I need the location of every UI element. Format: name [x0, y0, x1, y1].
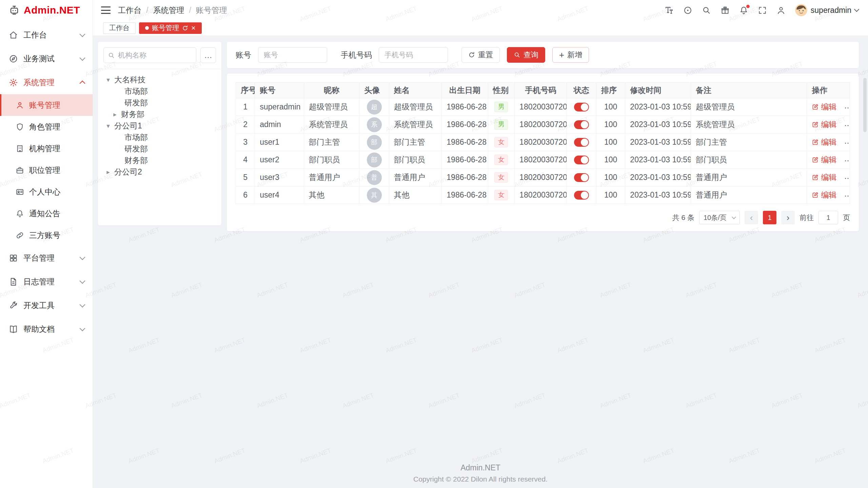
status-toggle[interactable]	[574, 173, 589, 182]
sidebar-subitem-org-management[interactable]: 机构管理	[0, 138, 93, 159]
page-size-select[interactable]: 10条/页	[699, 211, 740, 224]
fullscreen-icon[interactable]	[758, 6, 767, 15]
org-more-button[interactable]: …	[200, 47, 216, 63]
sidebar-item-platform-management[interactable]: 平台管理	[0, 246, 93, 270]
table-row[interactable]: 5 user3 普通用户 普 普通用户 1986-06-28 女 1802003…	[236, 169, 850, 186]
tab-workbench[interactable]: 工作台	[103, 22, 136, 34]
row-more-button[interactable]: ⋯	[844, 156, 850, 165]
cell-index: 5	[236, 169, 255, 186]
table-row[interactable]: 2 admin 系统管理员 系 系统管理员 1986-06-28 男 18020…	[236, 116, 850, 134]
edit-button[interactable]: 编辑	[812, 155, 836, 165]
table-row[interactable]: 4 user2 部门职员 部 部门职员 1986-06-28 女 1802003…	[236, 151, 850, 169]
column-header[interactable]: 修改时间	[625, 83, 691, 98]
column-header[interactable]: 手机号码	[515, 83, 567, 98]
table-row[interactable]: 6 user4 其他 其 其他 1986-06-28 女 18020030720	[236, 186, 850, 204]
footer-copyright: Copyright © 2022 Dilon All rights reserv…	[93, 475, 868, 483]
tab-refresh-icon[interactable]	[182, 25, 188, 31]
row-more-button[interactable]: ⋯	[844, 121, 850, 130]
sidebar-item-log-management[interactable]: 日志管理	[0, 270, 93, 293]
edit-button[interactable]: 编辑	[812, 119, 836, 130]
user-profile-icon[interactable]	[776, 6, 786, 15]
table-row[interactable]: 3 user1 部门主管 部 部门主管 1986-06-28 女 1802003…	[236, 134, 850, 151]
caret-down-icon[interactable]: ▾	[105, 122, 112, 130]
column-header[interactable]: 出生日期	[442, 83, 488, 98]
gift-icon[interactable]	[721, 6, 730, 15]
sidebar-subitem-third-party-account[interactable]: 三方账号	[0, 224, 93, 246]
sidebar-subitem-position-management[interactable]: 职位管理	[0, 159, 93, 181]
column-header[interactable]: 昵称	[304, 83, 359, 98]
phone-input[interactable]	[379, 47, 448, 63]
sidebar-subitem-personal-center[interactable]: 个人中心	[0, 181, 93, 203]
tab-close-icon[interactable]: ×	[191, 24, 196, 32]
tree-node[interactable]: ▸财务部	[101, 108, 218, 120]
tree-node[interactable]: ▾分公司1	[101, 120, 218, 131]
edit-button[interactable]: 编辑	[812, 190, 836, 200]
add-button[interactable]: + 新增	[552, 47, 589, 63]
row-more-button[interactable]: ⋯	[844, 191, 850, 200]
row-more-button[interactable]: ⋯	[844, 103, 850, 112]
row-more-button[interactable]: ⋯	[844, 174, 850, 183]
tree-node[interactable]: 财务部	[101, 155, 218, 166]
column-header[interactable]: 排序	[596, 83, 625, 98]
column-header[interactable]: 操作	[807, 83, 850, 98]
column-header[interactable]: 性别	[488, 83, 514, 98]
caret-right-icon[interactable]: ▸	[112, 110, 118, 118]
status-toggle[interactable]	[574, 103, 589, 111]
font-size-icon[interactable]	[665, 6, 674, 15]
status-toggle[interactable]	[574, 138, 589, 147]
status-toggle[interactable]	[574, 120, 589, 129]
sidebar-item-workbench[interactable]: 工作台	[0, 23, 93, 47]
page-number-button[interactable]: 1	[763, 211, 776, 224]
collapse-menu-icon[interactable]	[101, 6, 111, 14]
edit-button[interactable]: 编辑	[812, 102, 836, 112]
search-button[interactable]: 查询	[507, 47, 545, 63]
tree-node[interactable]: ▸分公司2	[101, 166, 218, 178]
target-icon[interactable]	[683, 6, 692, 15]
sidebar-subitem-notice[interactable]: 通知公告	[0, 203, 93, 224]
row-more-button[interactable]: ⋯	[844, 139, 850, 147]
prev-page-button[interactable]: ‹	[745, 211, 758, 224]
sidebar-item-system-management[interactable]: 系统管理	[0, 70, 93, 94]
org-search-box[interactable]	[103, 47, 196, 63]
column-header[interactable]: 序号	[236, 83, 255, 98]
sidebar-item-label: 开发工具	[23, 300, 55, 311]
column-header[interactable]: 状态	[567, 83, 596, 98]
cell-avatar: 超	[359, 98, 389, 116]
caret-right-icon[interactable]: ▸	[105, 168, 112, 176]
link-icon	[16, 231, 24, 240]
sidebar-item-business-test[interactable]: 业务测试	[0, 47, 93, 70]
column-header[interactable]: 头像	[359, 83, 389, 98]
tree-node[interactable]: ▾大名科技	[101, 74, 218, 85]
user-menu[interactable]: superadmin	[795, 4, 859, 16]
search-icon[interactable]	[702, 6, 711, 15]
table-row[interactable]: 1 superadmin 超级管理员 超 超级管理员 1986-06-28 男 …	[236, 98, 850, 116]
tree-node[interactable]: 市场部	[101, 85, 218, 97]
tree-node[interactable]: 研发部	[101, 97, 218, 108]
status-toggle[interactable]	[574, 156, 589, 164]
column-header[interactable]: 备注	[691, 83, 807, 98]
edit-button[interactable]: 编辑	[812, 172, 836, 183]
scrollbar-thumb[interactable]	[863, 78, 867, 132]
breadcrumb-item[interactable]: 系统管理	[153, 5, 184, 16]
org-search-input[interactable]	[118, 51, 192, 59]
notification-bell-icon[interactable]	[739, 6, 748, 15]
column-header[interactable]: 姓名	[389, 83, 442, 98]
edit-button[interactable]: 编辑	[812, 137, 836, 147]
tab-account-management[interactable]: 账号管理 ×	[139, 22, 202, 34]
reset-button[interactable]: 重置	[461, 47, 500, 63]
sidebar-subitem-account-management[interactable]: 账号管理	[0, 94, 93, 116]
next-page-button[interactable]: ›	[781, 211, 795, 224]
app-logo[interactable]: Admin.NET	[0, 0, 93, 20]
breadcrumb-item[interactable]: 工作台	[118, 5, 141, 16]
caret-down-icon[interactable]: ▾	[105, 76, 112, 84]
sidebar-subitem-role-management[interactable]: 角色管理	[0, 116, 93, 138]
sidebar-item-dev-tools[interactable]: 开发工具	[0, 293, 93, 317]
tree-node[interactable]: 研发部	[101, 143, 218, 155]
cell-name: 普通用户	[389, 169, 442, 186]
goto-page-input[interactable]	[818, 211, 838, 224]
tree-node[interactable]: 市场部	[101, 131, 218, 143]
status-toggle[interactable]	[574, 191, 589, 200]
sidebar-item-help-docs[interactable]: 帮助文档	[0, 317, 93, 341]
account-input[interactable]	[258, 47, 327, 63]
column-header[interactable]: 账号	[255, 83, 304, 98]
